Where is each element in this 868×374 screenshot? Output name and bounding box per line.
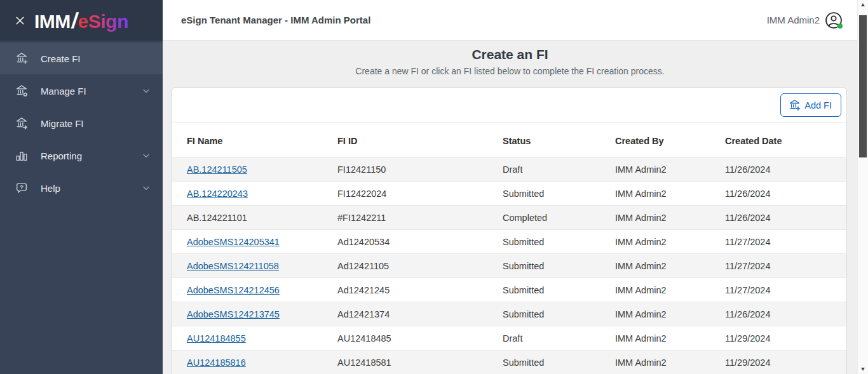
scrollbar-down-arrow-icon[interactable] <box>861 368 865 371</box>
fi-table: FI NameFI IDStatusCreated ByCreated Date… <box>172 123 846 374</box>
help-bubble-icon: ? <box>14 180 29 196</box>
sidebar-item-reporting[interactable]: Reporting <box>0 140 163 171</box>
table-body: AB.124211505FI12421150DraftIMM Admin211/… <box>172 157 846 374</box>
scrollbar-thumb[interactable] <box>859 15 867 157</box>
created-date-cell: 11/27/2024 <box>725 278 846 302</box>
sidebar-item-help[interactable]: ?Help <box>0 172 163 204</box>
status-cell: Submitted <box>503 351 615 374</box>
created-by-cell: IMM Admin2 <box>615 230 725 254</box>
table-row: AdobeSMS124213745Ad12421374SubmittedIMM … <box>172 302 846 326</box>
chevron-down-icon <box>141 183 151 193</box>
fi-id-cell: FI12422024 <box>337 182 503 206</box>
close-icon[interactable] <box>10 11 29 30</box>
vertical-scrollbar <box>857 0 868 374</box>
fi-id-cell: #FI1242211 <box>337 206 503 230</box>
status-cell: Submitted <box>503 302 615 326</box>
fi-list-card: Add FI FI NameFI IDStatusCreated ByCreat… <box>172 87 847 374</box>
app-title: eSign Tenant Manager - IMM Admin Portal <box>181 15 767 25</box>
user-name: IMM Admin2 <box>767 15 820 25</box>
created-by-cell: IMM Admin2 <box>615 278 725 302</box>
table-row: AdobeSMS124205341Ad12420534SubmittedIMM … <box>172 230 846 254</box>
sidebar-item-label: Migrate FI <box>41 118 151 129</box>
sidebar-menu: Create FIManage FIMigrate FIReporting?He… <box>0 41 163 204</box>
fi-id-cell: Ad12421245 <box>337 278 503 302</box>
fi-name-link[interactable]: AB.124211505 <box>187 164 247 175</box>
table-row: AdobeSMS124211058Ad12421105SubmittedIMM … <box>172 254 846 278</box>
sidebar-item-label: Manage FI <box>41 86 141 97</box>
created-date-cell: 11/26/2024 <box>725 206 846 230</box>
table-row: AU124184855AU12418485DraftIMM Admin211/2… <box>172 326 846 351</box>
status-cell: Submitted <box>503 230 615 254</box>
online-status-dot <box>837 23 843 29</box>
table-row: AB.124211505FI12421150DraftIMM Admin211/… <box>172 157 846 182</box>
status-cell: Draft <box>503 157 615 182</box>
bank-arrow-icon <box>14 116 29 131</box>
fi-id-cell: Ad12421374 <box>337 302 503 326</box>
table-row: AU124185816AU12418581SubmittedIMM Admin2… <box>172 351 846 374</box>
chevron-down-icon <box>141 150 151 161</box>
main-area: eSign Tenant Manager - IMM Admin Portal … <box>163 0 857 374</box>
fi-id-cell: Ad12421105 <box>337 254 503 278</box>
created-date-cell: 11/27/2024 <box>725 254 846 278</box>
add-fi-button-label: Add FI <box>804 100 832 110</box>
topbar: eSign Tenant Manager - IMM Admin Portal … <box>163 0 857 41</box>
table-row: AdobeSMS124212456Ad12421245SubmittedIMM … <box>172 278 846 302</box>
created-date-cell: 11/29/2024 <box>725 351 846 374</box>
sidebar-item-label: Reporting <box>41 150 141 161</box>
scrollbar-up-arrow-icon[interactable] <box>861 3 865 6</box>
column-header: FI ID <box>337 123 503 157</box>
created-date-cell: 11/26/2024 <box>725 302 846 326</box>
column-header: Status <box>503 123 615 157</box>
sidebar-item-create-fi[interactable]: Create FI <box>0 43 163 74</box>
fi-id-cell: AU12418581 <box>337 351 503 374</box>
created-by-cell: IMM Admin2 <box>615 326 725 351</box>
created-by-cell: IMM Admin2 <box>615 254 725 278</box>
column-header: Created By <box>615 123 725 157</box>
fi-id-cell: FI12421150 <box>337 157 503 182</box>
column-header: Created Date <box>725 123 846 157</box>
sidebar-item-migrate-fi[interactable]: Migrate FI <box>0 107 163 139</box>
page-subtitle: Create a new FI or click an FI listed be… <box>163 66 857 76</box>
fi-name-link[interactable]: AU124185816 <box>187 357 246 368</box>
fi-name-link[interactable]: AdobeSMS124211058 <box>187 261 279 271</box>
table-header: FI NameFI IDStatusCreated ByCreated Date <box>172 123 846 157</box>
logo-imm-text: IMM <box>34 11 71 32</box>
bar-chart-icon <box>14 148 29 163</box>
created-date-cell: 11/27/2024 <box>725 230 846 254</box>
sidebar-item-label: Create FI <box>41 53 151 64</box>
chevron-down-icon <box>141 86 151 96</box>
table-header-row: FI NameFI IDStatusCreated ByCreated Date <box>172 123 846 157</box>
sidebar-item-label: Help <box>41 183 141 194</box>
created-by-cell: IMM Admin2 <box>615 302 725 326</box>
sidebar-item-manage-fi[interactable]: Manage FI <box>0 75 163 107</box>
fi-name-link[interactable]: AdobeSMS124213745 <box>187 309 280 319</box>
bank-gear-icon <box>14 83 29 98</box>
created-by-cell: IMM Admin2 <box>615 157 725 182</box>
fi-id-cell: Ad12420534 <box>337 230 503 254</box>
created-date-cell: 11/26/2024 <box>725 157 846 182</box>
fi-name-link[interactable]: AU124184855 <box>187 333 246 344</box>
fi-name-link[interactable]: AdobeSMS124212456 <box>187 285 280 295</box>
add-fi-button[interactable]: Add FI <box>780 93 841 117</box>
page-content: Create an FI Create a new FI or click an… <box>163 41 857 374</box>
sidebar: IMM/eSign Create FIManage FIMigrate FIRe… <box>0 0 163 374</box>
fi-id-cell: AU12418485 <box>337 326 503 351</box>
fi-name-link[interactable]: AdobeSMS124205341 <box>187 237 280 247</box>
bank-plus-icon <box>788 98 801 112</box>
fi-name-text: AB.124221101 <box>187 213 247 223</box>
user-box: IMM Admin2 <box>767 11 843 29</box>
table-row: AB.124221101#FI1242211CompletedIMM Admin… <box>172 206 846 230</box>
bank-plus-icon <box>14 51 29 66</box>
created-date-cell: 11/26/2024 <box>725 182 846 206</box>
status-cell: Submitted <box>503 254 615 278</box>
table-row: AB.124220243FI12422024SubmittedIMM Admin… <box>172 182 846 206</box>
status-cell: Draft <box>503 326 615 351</box>
fi-name-link[interactable]: AB.124220243 <box>187 189 248 199</box>
status-cell: Completed <box>503 206 615 230</box>
card-toolbar: Add FI <box>172 88 846 123</box>
logo-esign-text: eSign <box>78 11 128 32</box>
created-by-cell: IMM Admin2 <box>615 182 725 206</box>
created-by-cell: IMM Admin2 <box>615 351 725 374</box>
user-avatar-icon[interactable] <box>825 11 843 29</box>
status-cell: Submitted <box>503 278 615 302</box>
